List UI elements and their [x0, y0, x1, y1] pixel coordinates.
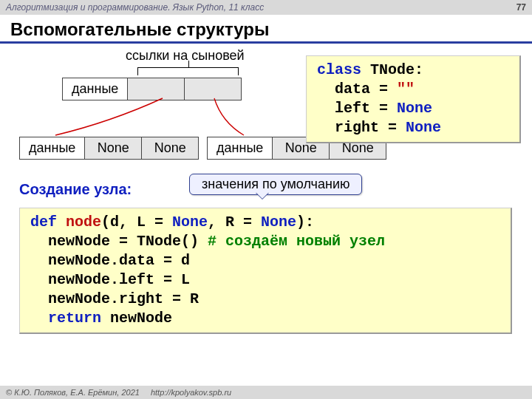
slide-footer: © К.Ю. Поляков, Е.А. Ерёмин, 2021 http:/… — [0, 386, 532, 399]
code-func-box: def node(d, L = None, R = None): newNode… — [19, 208, 512, 334]
course-title: Алгоритмизация и программирование. Язык … — [6, 0, 264, 15]
content-area: ссылки на сыновей данные данные None Non… — [0, 48, 532, 399]
callout-text: значения по умолчанию — [202, 177, 349, 191]
label-create-node: Создание узла: — [19, 181, 132, 198]
node-left-child: данные None None — [19, 137, 199, 160]
cell-left-ptr — [128, 78, 185, 100]
cell-data: данные — [208, 137, 273, 159]
cell-none: None — [142, 137, 198, 159]
footer-url[interactable]: http://kpolyakov.spb.ru — [151, 388, 231, 397]
code-class-box: class TNode: data = "" left = None right… — [306, 55, 521, 143]
node-parent: данные — [62, 78, 242, 100]
bracket-icon — [137, 67, 239, 75]
cell-right-ptr — [185, 78, 241, 100]
label-links-to-children: ссылки на сыновей — [126, 48, 245, 64]
callout-defaults: значения по умолчанию — [189, 174, 362, 195]
cell-none: None — [85, 137, 142, 159]
slide-header: Алгоритмизация и программирование. Язык … — [0, 0, 532, 15]
copyright: © К.Ю. Поляков, Е.А. Ерёмин, 2021 — [6, 388, 140, 397]
cell-data: данные — [20, 137, 85, 159]
slide-title: Вспомогательные структуры — [0, 15, 532, 44]
page-number: 77 — [516, 0, 526, 15]
cell-data: данные — [63, 78, 128, 100]
